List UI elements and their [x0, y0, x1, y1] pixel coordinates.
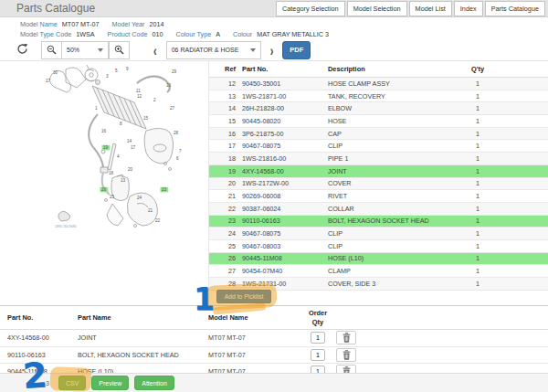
- order-qty-input[interactable]: [311, 366, 325, 373]
- parts-table-row[interactable]: 2690445-11M08HOSE (L10)1: [209, 253, 548, 266]
- info-value: A: [216, 30, 220, 38]
- parts-table-row[interactable]: 2290387-06024COLLAR1: [209, 203, 548, 216]
- cell-qty: 1: [447, 217, 509, 225]
- picklist-section: Part No. Part Name Model Name Order Qty …: [0, 305, 548, 373]
- parts-table-row[interactable]: 1426H-21828-00ELBOW1: [209, 102, 548, 115]
- parts-table-row[interactable]: 281WS-21731-00COVER, SIDE 31: [209, 278, 548, 291]
- svg-text:19: 19: [103, 145, 109, 150]
- pdf-button[interactable]: PDF: [282, 41, 311, 59]
- col-part-no: Part No.: [242, 65, 328, 73]
- previous-section-button[interactable]: ‹: [150, 41, 161, 59]
- cell-qty: 1: [447, 167, 509, 175]
- cell-qty: 1: [447, 104, 509, 112]
- zoom-level-select[interactable]: 50%: [61, 41, 109, 59]
- parts-table-row[interactable]: 1590445-08020HOSE1: [209, 115, 548, 128]
- cell-part-no: 90269-06008: [242, 192, 328, 200]
- tab-model-list[interactable]: Model List: [409, 1, 452, 16]
- parts-table-row[interactable]: 2390110-06163BOLT, HEXAGON SOCKET HEAD1: [209, 216, 548, 228]
- model-info-product-code: Product Code010: [108, 30, 163, 38]
- zoom-out-button[interactable]: [41, 41, 62, 59]
- cell-description: COVER, SIDE 3: [328, 280, 447, 288]
- tab-parts-catalogue[interactable]: Parts Catalogue: [485, 1, 545, 16]
- section-select[interactable]: 06 RADIATOR & HOSE: [166, 41, 261, 59]
- cell-description: ELBOW: [328, 104, 447, 112]
- parts-table-row[interactable]: 194XY-14568-00JOINT1: [209, 165, 548, 178]
- parts-table-row[interactable]: 181WS-21816-00PIPE 11: [209, 153, 548, 165]
- info-label: Colour Type: [176, 30, 212, 38]
- cell-ref: 24: [209, 229, 242, 238]
- svg-text:16: 16: [101, 129, 107, 133]
- picklist-row: 90445-11M08HOSE (L10)MT07 MT-07: [0, 364, 548, 373]
- cell-description: CLIP: [328, 142, 447, 150]
- parts-table-header: Ref Part No. Description Q'ty: [209, 61, 548, 78]
- delete-row-button[interactable]: [336, 331, 356, 344]
- cell-ref: 28: [209, 280, 242, 288]
- zoom-in-button[interactable]: [109, 41, 130, 59]
- svg-text:9: 9: [126, 67, 129, 71]
- svg-text:8: 8: [120, 122, 122, 126]
- parts-diagram[interactable]: 3017539111221029271816152814171947618132…: [0, 61, 208, 306]
- col-qty: Q'ty: [447, 65, 509, 73]
- parts-table-row[interactable]: 163P6-21875-00CAP1: [209, 128, 548, 141]
- chevron-down-icon: [250, 48, 256, 52]
- exploded-view-drawing: 3017539111221029271816152814171947618132…: [0, 61, 208, 306]
- cell-ref: 25: [209, 242, 242, 250]
- chevron-left-icon: ‹: [153, 42, 157, 58]
- cell-ref: 17: [209, 142, 242, 150]
- picklist-count: 3: [46, 380, 49, 387]
- delete-row-button[interactable]: [336, 365, 356, 373]
- cell-part-no: 90110-06163: [7, 351, 78, 359]
- svg-text:26: 26: [101, 187, 107, 192]
- cell-qty: 1: [447, 192, 509, 200]
- parts-table-row[interactable]: 131WS-21871-00TANK, RECOVERY1: [209, 90, 548, 103]
- cell-description: HOSE CLAMP ASSY: [328, 79, 447, 88]
- info-value: 2014: [149, 20, 163, 28]
- svg-text:28: 28: [174, 131, 179, 135]
- cell-part-no: 90445-08020: [242, 117, 328, 125]
- svg-text:21: 21: [148, 208, 153, 213]
- order-qty-input[interactable]: [311, 332, 325, 344]
- model-info-model-year: Model Year2014: [112, 20, 164, 28]
- parts-table-row[interactable]: 1790467-08075CLIP1: [209, 140, 548, 153]
- refresh-button[interactable]: [13, 41, 32, 59]
- cell-qty: 1: [447, 130, 509, 138]
- parts-table-row[interactable]: 1290450-35001HOSE CLAMP ASSY1: [209, 78, 548, 90]
- cell-ref: 22: [209, 205, 242, 213]
- parts-table-row[interactable]: 2790454-07M40CLAMP1: [209, 265, 548, 278]
- csv-button[interactable]: CSV: [58, 376, 86, 390]
- tab-model-selection[interactable]: Model Selection: [347, 1, 407, 16]
- cell-description: HOSE: [328, 117, 447, 125]
- cell-description: JOINT: [328, 167, 447, 175]
- svg-text:23: 23: [162, 187, 167, 192]
- info-value: 1WSA: [76, 30, 94, 38]
- attention-button[interactable]: Attention: [134, 376, 174, 390]
- parts-table-body: 1290450-35001HOSE CLAMP ASSY1131WS-21871…: [209, 78, 548, 291]
- tab-index[interactable]: Index: [454, 1, 483, 16]
- order-qty-input[interactable]: [311, 349, 325, 361]
- cell-ref: 14: [209, 104, 242, 112]
- cell-part-no: 4XY-14568-00: [242, 167, 328, 175]
- footer-bar: 3 CSV Preview Attention: [0, 373, 548, 392]
- col-order-qty: Order Qty: [300, 309, 336, 326]
- cell-qty: 1: [447, 117, 509, 125]
- parts-table-row[interactable]: 2190269-06008RIVET1: [209, 190, 548, 203]
- delete-row-button[interactable]: [336, 348, 356, 362]
- diagram-toolbar: 50% ‹ 06 RADIATOR & HOSE › PDF: [13, 40, 311, 59]
- svg-text:30: 30: [53, 70, 58, 75]
- cell-part-name: BOLT, HEXAGON SOCKET HEAD: [78, 351, 208, 359]
- next-section-button[interactable]: ›: [267, 41, 278, 59]
- parts-table-row[interactable]: 2590467-08003CLIP1: [209, 240, 548, 253]
- page-title: Parts Catalogue: [16, 0, 95, 17]
- tab-category-selection[interactable]: Category Selection: [276, 1, 345, 16]
- parts-table-row[interactable]: 201WS-2172W-00COVER1: [209, 178, 548, 191]
- cell-part-no: 90450-35001: [242, 79, 328, 88]
- add-to-picklist-button[interactable]: Add to Picklist: [216, 290, 271, 303]
- cell-part-no: 90110-06163: [242, 217, 328, 225]
- refresh-icon: [16, 42, 28, 58]
- preview-button[interactable]: Preview: [91, 376, 129, 390]
- picklist-row: 4XY-14568-00JOINTMT07 MT-07: [0, 330, 548, 347]
- parts-table-row[interactable]: 2490467-08075CLIP1: [209, 228, 548, 240]
- cell-ref: 21: [209, 192, 242, 200]
- cell-qty: 1: [447, 280, 509, 288]
- picklist-body: 4XY-14568-00JOINTMT07 MT-07 90110-06163B…: [0, 330, 548, 373]
